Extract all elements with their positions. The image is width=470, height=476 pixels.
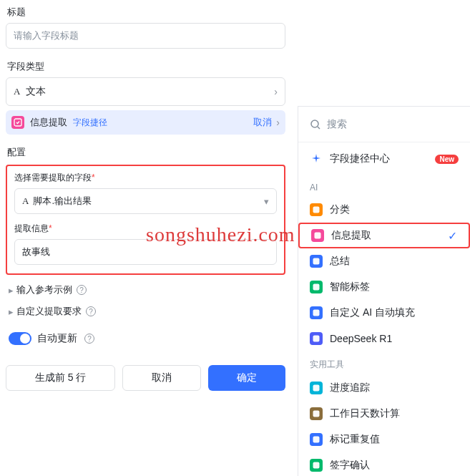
title-input[interactable]: 请输入字段标题: [6, 23, 285, 49]
extract-info-input[interactable]: 故事线: [14, 239, 277, 265]
sign-icon: [310, 459, 323, 472]
menu-item-extract[interactable]: 信息提取✓: [298, 223, 470, 248]
shortcut-name: 信息提取: [30, 116, 67, 129]
menu-item-label: 标记重复值: [330, 433, 380, 446]
search-placeholder: 搜索: [327, 118, 347, 131]
field-type-select[interactable]: A 文本 ›: [6, 77, 285, 106]
menu-item-label: 分类: [330, 203, 350, 216]
confirm-button[interactable]: 确定: [208, 365, 285, 391]
extract-info-value: 故事线: [22, 246, 50, 258]
shortcut-pill: 信息提取 字段捷径 取消 ›: [6, 110, 285, 135]
cancel-button[interactable]: 取消: [122, 365, 201, 391]
config-section: 选择需要提取的字段* A 脚本.输出结果 ▾ 提取信息* 故事线: [6, 165, 285, 275]
svg-rect-11: [313, 437, 320, 443]
shortcut-path-link[interactable]: 字段捷径: [73, 117, 107, 129]
svg-rect-8: [313, 336, 320, 342]
caret-down-icon: ▾: [264, 196, 269, 207]
extract-label: 提取信息*: [14, 223, 277, 235]
shortcut-cancel-link[interactable]: 取消: [253, 116, 272, 129]
chevron-right-icon: ›: [276, 117, 280, 128]
menu-item-summary[interactable]: 总结: [298, 248, 470, 274]
autofill-icon: [310, 306, 323, 319]
menu-item-label: 总结: [330, 255, 350, 268]
menu-item-classify[interactable]: 分类: [298, 197, 470, 223]
field-type-value: 文本: [26, 85, 46, 98]
menu-item-label: DeepSeek R1: [330, 333, 392, 344]
tags-icon: [310, 281, 323, 293]
progress-icon: [310, 382, 323, 394]
title-placeholder-text: 请输入字段标题: [14, 29, 79, 42]
menu-item-label: 智能标签: [330, 281, 370, 293]
group-ai-label: AI: [298, 175, 470, 197]
menu-item-label: 自定义 AI 自动填充: [330, 306, 415, 319]
menu-item-dedupe[interactable]: 标记重复值: [298, 427, 470, 452]
triangle-right-icon: ▸: [9, 306, 14, 317]
menu-item-workdays[interactable]: 工作日天数计算: [298, 401, 470, 427]
field-select-value: 脚本.输出结果: [33, 195, 92, 208]
expander-custom[interactable]: ▸ 自定义提取要求 ?: [9, 305, 285, 318]
auto-update-label: 自动更新: [37, 332, 77, 345]
svg-rect-9: [313, 385, 320, 392]
extract-icon: [11, 116, 24, 129]
help-icon[interactable]: ?: [77, 285, 87, 295]
menu-item-label: 进度追踪: [330, 382, 370, 394]
menu-item-tags[interactable]: 智能标签: [298, 274, 470, 300]
new-badge: New: [435, 155, 459, 164]
workdays-icon: [310, 407, 323, 420]
deepseek-icon: [310, 332, 323, 345]
menu-item-label: 工作日天数计算: [330, 407, 400, 420]
menu-item-label: 信息提取: [331, 229, 371, 242]
config-label: 配置: [7, 146, 285, 159]
summary-icon: [310, 255, 323, 268]
svg-rect-12: [313, 462, 320, 469]
svg-rect-10: [313, 411, 320, 417]
shortcut-picker-panel: 搜索 字段捷径中心 New AI 分类信息提取✓总结智能标签自定义 AI 自动填…: [298, 106, 470, 476]
search-input[interactable]: 搜索: [298, 107, 470, 142]
extract-icon: [311, 229, 324, 242]
menu-item-label: 签字确认: [330, 459, 370, 472]
menu-item-autofill[interactable]: 自定义 AI 自动填充: [298, 300, 470, 326]
search-icon: [310, 119, 321, 130]
type-label: 字段类型: [7, 60, 285, 73]
generate-button[interactable]: 生成前 5 行: [6, 365, 115, 391]
menu-item-deepseek[interactable]: DeepSeek R1: [298, 326, 470, 351]
field-select-dropdown[interactable]: A 脚本.输出结果 ▾: [14, 188, 277, 214]
svg-rect-4: [315, 233, 321, 239]
menu-item-progress[interactable]: 进度追踪: [298, 375, 470, 401]
help-icon[interactable]: ?: [86, 306, 96, 316]
svg-rect-3: [313, 207, 320, 213]
classify-icon: [310, 203, 323, 216]
auto-update-toggle[interactable]: [9, 332, 31, 345]
sparkle-icon: [310, 152, 323, 165]
svg-line-2: [318, 127, 320, 129]
dedupe-icon: [310, 433, 323, 446]
title-label: 标题: [7, 6, 285, 19]
svg-point-1: [311, 120, 318, 127]
text-type-icon: A: [14, 86, 20, 97]
field-select-label: 选择需要提取的字段*: [14, 172, 277, 184]
shortcut-center-item[interactable]: 字段捷径中心 New: [298, 142, 470, 175]
svg-rect-6: [313, 284, 320, 291]
check-icon: ✓: [448, 229, 457, 243]
triangle-right-icon: ▸: [9, 285, 14, 296]
text-field-icon: A: [22, 195, 29, 207]
svg-rect-5: [313, 258, 320, 265]
svg-rect-7: [313, 310, 320, 316]
chevron-right-icon: ›: [274, 86, 278, 97]
help-icon[interactable]: ?: [84, 334, 94, 344]
menu-item-sign[interactable]: 签字确认: [298, 452, 470, 476]
expander-examples[interactable]: ▸ 输入参考示例 ?: [9, 283, 285, 296]
group-tools-label: 实用工具: [298, 351, 470, 375]
